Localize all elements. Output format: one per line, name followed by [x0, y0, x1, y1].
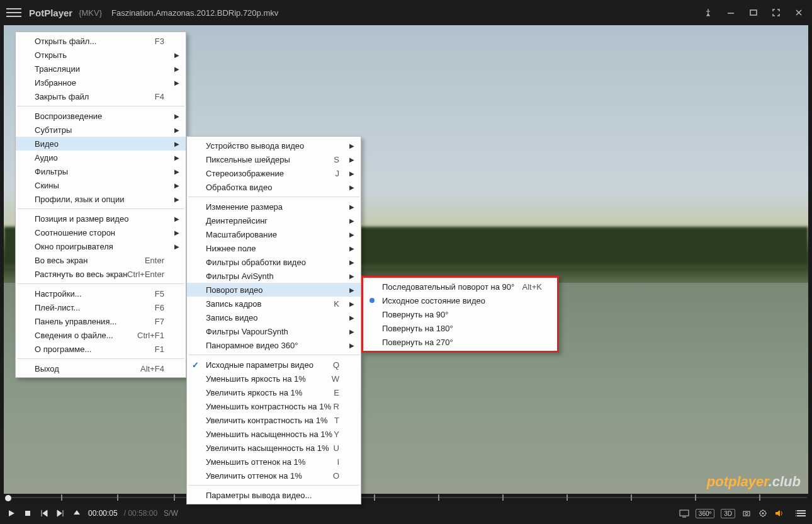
menu-item[interactable]: Последовательный поворот на 90°Alt+K	[363, 280, 557, 293]
menu-item-label: Увеличить контрастность на 1%	[206, 416, 327, 425]
menu-item[interactable]: Параметры вывода видео...	[187, 488, 361, 502]
menu-item-label: Закрыть файл	[35, 92, 89, 101]
svg-point-14	[796, 515, 796, 516]
menu-item[interactable]: Нижнее поле▶	[187, 241, 361, 255]
submenu-arrow-icon: ▶	[349, 259, 354, 266]
menu-item[interactable]: Повернуть на 180°	[363, 321, 557, 335]
menu-item[interactable]: Запись видео▶	[187, 310, 361, 324]
minimize-icon[interactable]	[724, 6, 738, 20]
svg-rect-2	[25, 511, 30, 516]
close-icon[interactable]	[792, 6, 806, 20]
menu-item[interactable]: Увеличить контрастность на 1%T	[187, 413, 361, 427]
maximize-icon[interactable]	[747, 6, 760, 20]
menu-item-label: Стереоизображение	[206, 169, 284, 178]
render-mode[interactable]: S/W	[164, 509, 178, 518]
menu-item[interactable]: Аудио▶	[16, 151, 186, 164]
menu-item-label: Выход	[35, 364, 59, 373]
menu-item[interactable]: Поворот видео▶	[187, 283, 361, 297]
badge-3d[interactable]: 3D	[721, 509, 735, 518]
menu-item[interactable]: Устройство вывода видео▶	[187, 139, 361, 152]
open-icon[interactable]	[72, 508, 82, 518]
menu-item[interactable]: Панель управления...F7	[16, 314, 186, 328]
menu-item[interactable]: Субтитры▶	[16, 123, 186, 137]
menu-item[interactable]: Скины▶	[16, 178, 186, 192]
fullscreen-icon[interactable]	[769, 6, 783, 20]
menu-item[interactable]: Уменьшить яркость на 1%W	[187, 372, 361, 385]
menu-item-shortcut: F3	[155, 37, 164, 46]
menu-item[interactable]: Уменьшить оттенок на 1%I	[187, 455, 361, 469]
menu-item[interactable]: Повернуть на 90°	[363, 307, 557, 321]
menu-item[interactable]: Видео▶	[16, 137, 186, 151]
menu-item-label: Запись кадров	[206, 299, 261, 309]
screen-icon[interactable]	[679, 508, 689, 518]
menu-item-label: О программе...	[35, 345, 91, 354]
volume-icon[interactable]	[774, 508, 784, 518]
pin-icon[interactable]	[701, 6, 715, 20]
menu-item[interactable]: Изменение размера▶	[187, 200, 361, 214]
menu-item[interactable]: Фильтры обработки видео▶	[187, 255, 361, 269]
menu-item-label: Панорамное видео 360°	[206, 341, 298, 350]
menu-item[interactable]: Открыть файл...F3	[16, 34, 186, 48]
main-context-menu: Открыть файл...F3Открыть▶Трансляции▶Избр…	[15, 31, 186, 378]
menu-item[interactable]: Уменьшить насыщенность на 1%Y	[187, 427, 361, 441]
menu-item[interactable]: Открыть▶	[16, 48, 186, 62]
submenu-arrow-icon: ▶	[174, 66, 179, 72]
menu-item-label: Профили, язык и опции	[35, 195, 125, 204]
play-icon[interactable]	[6, 508, 16, 518]
menu-item[interactable]: Окно проигрывателя▶	[16, 239, 186, 253]
playlist-icon[interactable]	[796, 508, 806, 518]
menu-item[interactable]: Фильтры AviSynth▶	[187, 269, 361, 283]
next-icon[interactable]	[55, 508, 65, 518]
hamburger-menu-icon[interactable]	[6, 5, 21, 20]
menu-item[interactable]: Профили, язык и опции▶	[16, 192, 186, 206]
seek-bar[interactable]	[5, 494, 807, 501]
menu-item[interactable]: Увеличить оттенок на 1%O	[187, 469, 361, 482]
menu-item[interactable]: Соотношение сторон▶	[16, 225, 186, 239]
menu-item[interactable]: Настройки...F5	[16, 287, 186, 300]
capture-icon[interactable]	[742, 508, 752, 518]
submenu-arrow-icon: ▶	[349, 273, 354, 280]
seek-thumb[interactable]	[5, 495, 11, 501]
menu-item-label: Увеличить яркость на 1%	[206, 388, 302, 397]
menu-item-label: Скины	[35, 181, 59, 190]
menu-item[interactable]: ВыходAlt+F4	[16, 362, 186, 375]
menu-item[interactable]: СтереоизображениеJ▶	[187, 166, 361, 180]
menu-item[interactable]: Плей-лист...F6	[16, 300, 186, 314]
menu-item[interactable]: Запись кадровK▶	[187, 297, 361, 310]
menu-item[interactable]: Увеличить насыщенность на 1%U	[187, 441, 361, 455]
watermark: potplayer.club	[707, 474, 801, 490]
menu-item[interactable]: О программе...F1	[16, 342, 186, 356]
menu-item[interactable]: Сведения о файле...Ctrl+F1	[16, 328, 186, 342]
menu-item-shortcut: W	[332, 374, 339, 384]
menu-item[interactable]: Во весь экранEnter	[16, 253, 186, 267]
menu-item[interactable]: Фильтры▶	[16, 164, 186, 178]
menu-item[interactable]: Деинтерлейсинг▶	[187, 214, 361, 227]
menu-item-label: Окно проигрывателя	[35, 242, 113, 251]
prev-icon[interactable]	[39, 508, 49, 518]
menu-item[interactable]: Уменьшить контрастность на 1%R	[187, 399, 361, 413]
settings-icon[interactable]	[758, 508, 768, 518]
check-icon: ✓	[192, 360, 199, 370]
menu-item[interactable]: Пиксельные шейдерыS▶	[187, 152, 361, 166]
menu-item-shortcut: F1	[155, 345, 164, 354]
menu-item[interactable]: ✓Исходные параметры видеоQ	[187, 358, 361, 372]
menu-item[interactable]: Позиция и размер видео▶	[16, 212, 186, 225]
stop-icon[interactable]	[23, 508, 33, 518]
menu-item[interactable]: Закрыть файлF4	[16, 89, 186, 103]
menu-item[interactable]: Воспроизведение▶	[16, 109, 186, 123]
menu-item[interactable]: Масштабирование▶	[187, 227, 361, 241]
badge-360[interactable]: 360º	[696, 509, 714, 518]
menu-item[interactable]: Увеличить яркость на 1%E	[187, 385, 361, 399]
menu-item-label: Повернуть на 90°	[382, 310, 449, 319]
menu-item[interactable]: Повернуть на 270°	[363, 335, 557, 349]
menu-item[interactable]: Исходное состояние видео	[363, 293, 557, 307]
menu-item[interactable]: Панорамное видео 360°▶	[187, 338, 361, 352]
menu-item-shortcut: Ctrl+F1	[137, 331, 164, 340]
menu-item[interactable]: Растянуть во весь экранCtrl+Enter	[16, 267, 186, 281]
menu-item[interactable]: Обработка видео▶	[187, 180, 361, 194]
menu-item[interactable]: Избранное▶	[16, 76, 186, 89]
menu-item[interactable]: Трансляции▶	[16, 62, 186, 76]
menu-item[interactable]: Фильтры VapourSynth▶	[187, 324, 361, 338]
submenu-arrow-icon: ▶	[174, 79, 179, 86]
submenu-arrow-icon: ▶	[174, 182, 179, 189]
